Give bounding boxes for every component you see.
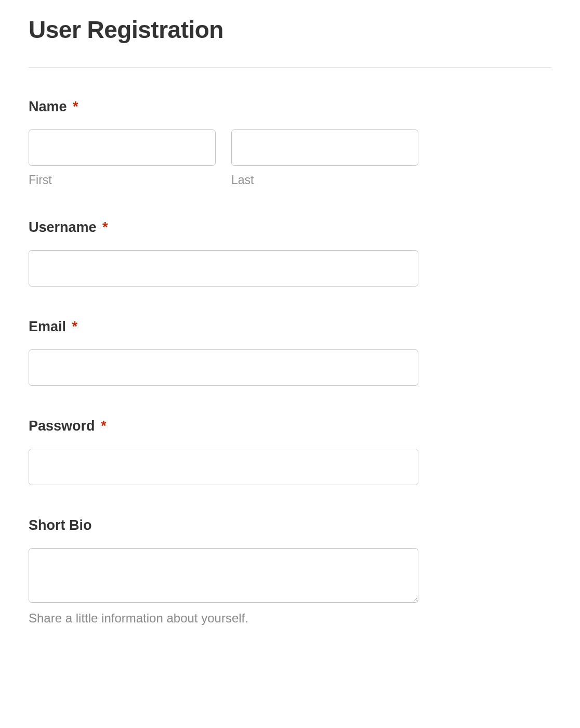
name-label: Name * [29,99,551,115]
field-group-email: Email * [29,319,551,386]
first-name-sublabel: First [29,173,216,187]
required-mark-icon: * [73,99,78,114]
password-label: Password * [29,418,551,434]
email-input[interactable] [29,349,418,386]
field-group-name: Name * First Last [29,99,551,187]
required-mark-icon: * [101,418,107,434]
username-input[interactable] [29,250,418,287]
username-label: Username * [29,219,551,236]
username-label-text: Username [29,219,97,235]
bio-label-text: Short Bio [29,517,92,533]
name-label-text: Name [29,99,67,114]
name-row: First Last [29,129,418,187]
field-group-bio: Short Bio Share a little information abo… [29,517,551,626]
required-mark-icon: * [102,219,108,235]
password-wrap [29,449,418,485]
password-label-text: Password [29,418,95,434]
registration-form: Name * First Last Username * Email * [29,99,551,626]
bio-help-text: Share a little information about yoursel… [29,611,551,626]
required-mark-icon: * [72,319,78,334]
password-input[interactable] [29,449,418,485]
last-name-sublabel: Last [231,173,418,187]
first-name-col: First [29,129,216,187]
field-group-password: Password * [29,418,551,485]
username-wrap [29,250,418,287]
email-label: Email * [29,319,551,335]
page-title: User Registration [29,16,551,44]
last-name-col: Last [231,129,418,187]
email-label-text: Email [29,319,66,334]
bio-label: Short Bio [29,517,551,534]
divider [29,67,551,68]
email-wrap [29,349,418,386]
last-name-input[interactable] [231,129,418,166]
field-group-username: Username * [29,219,551,287]
bio-textarea[interactable] [29,548,418,603]
first-name-input[interactable] [29,129,216,166]
